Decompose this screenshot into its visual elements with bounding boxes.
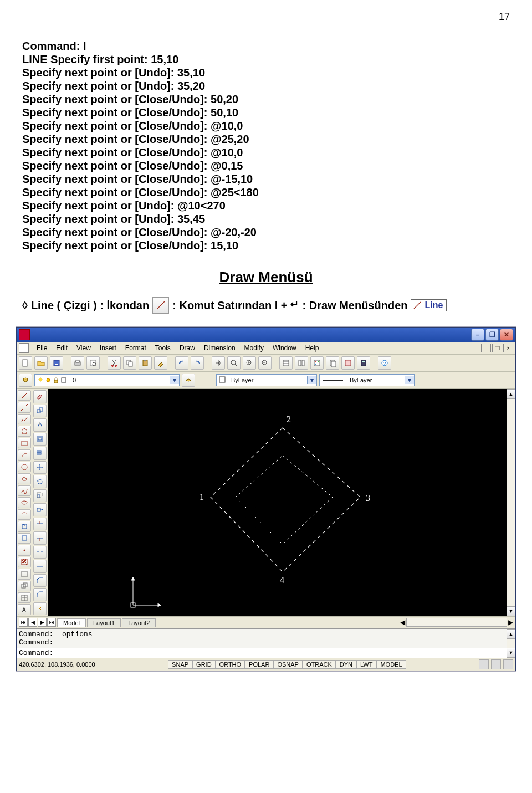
scroll-down-icon[interactable]: ▼ [507,606,515,616]
pan-icon[interactable] [212,356,225,370]
menu-help[interactable]: Help [301,343,324,353]
command-input[interactable]: Command: [17,648,507,658]
cmd-scroll-down[interactable]: ▼ [507,648,515,658]
status-toggle-polar[interactable]: POLAR [245,660,273,669]
join-icon[interactable] [33,560,47,573]
erase-icon[interactable] [33,390,47,403]
vertical-scrollbar[interactable]: ▲ ▼ [507,389,515,616]
ellipse-icon[interactable] [18,497,31,508]
layer-props-icon[interactable] [19,374,32,387]
scale-icon[interactable] [33,489,47,503]
xline-icon[interactable] [18,402,31,412]
status-toggle-otrack[interactable]: OTRACK [303,660,336,669]
spline-icon[interactable] [18,485,31,496]
zoom-realtime-icon[interactable] [227,356,241,370]
arc-icon[interactable] [18,449,31,460]
offset-icon[interactable] [33,433,47,446]
help-icon[interactable]: ? [378,356,391,370]
menu-file[interactable]: File [32,343,52,353]
move-icon[interactable] [33,461,47,474]
extend-icon[interactable] [33,531,47,545]
status-icon-1[interactable] [479,659,489,669]
dc-icon[interactable] [295,356,308,370]
menu-draw[interactable]: Draw [175,343,200,353]
calc-icon[interactable] [357,356,370,370]
copy-obj-icon[interactable] [33,405,47,418]
hscroll-right[interactable]: ▶ [508,618,513,626]
status-toggle-ortho[interactable]: ORTHO [216,660,245,669]
ellipse-arc-icon[interactable] [18,509,31,520]
sheetset-icon[interactable] [326,356,339,370]
status-icon-2[interactable] [491,659,501,669]
minimize-button[interactable]: – [471,329,484,341]
point-icon[interactable] [18,545,31,555]
markup-icon[interactable] [341,356,355,370]
titlebar[interactable]: – ❐ ✕ [17,328,515,342]
mtext-icon[interactable]: A [18,604,31,615]
status-icon-3[interactable] [503,659,513,669]
circle-icon[interactable] [18,462,31,472]
rectangle-icon[interactable] [18,438,31,448]
status-toggle-grid[interactable]: GRID [192,660,216,669]
save-icon[interactable] [50,356,63,370]
array-icon[interactable] [33,447,47,460]
fillet-icon[interactable] [33,588,47,601]
toolpalette-icon[interactable] [310,356,324,370]
rotate-icon[interactable] [33,475,47,488]
redo-icon[interactable] [191,356,204,370]
new-icon[interactable] [19,356,32,370]
status-toggle-dyn[interactable]: DYN [336,660,356,669]
stretch-icon[interactable] [33,503,47,516]
open-icon[interactable] [34,356,48,370]
tab-layout1[interactable]: Layout1 [87,618,121,627]
paste-icon[interactable] [139,356,152,370]
menu-modify[interactable]: Modify [240,343,268,353]
table-icon[interactable] [18,592,31,603]
chevron-down-icon[interactable]: ▾ [307,376,316,384]
mdi-restore[interactable]: ❐ [492,344,502,352]
chevron-down-icon[interactable]: ▾ [405,376,414,384]
layer-combo[interactable]: 0 ▾ [34,374,180,386]
menu-insert[interactable]: Insert [95,343,121,353]
gradient-icon[interactable] [18,569,31,579]
chamfer-icon[interactable] [33,574,47,587]
tab-layout2[interactable]: Layout2 [122,618,156,627]
tab-nav-next[interactable]: ▶ [38,618,47,627]
pline-icon[interactable] [18,414,31,424]
hscroll-left[interactable]: ◀ [400,618,405,626]
maximize-button[interactable]: ❐ [485,329,499,341]
tab-nav-last[interactable]: ⏭ [47,618,56,627]
menu-tools[interactable]: Tools [151,343,175,353]
line-icon[interactable] [18,390,31,401]
match-prop-icon[interactable] [154,356,167,370]
tab-model[interactable]: Model [57,618,86,627]
mirror-icon[interactable] [33,418,47,432]
drawing-canvas[interactable]: 2 1 3 4 [48,389,507,616]
menu-edit[interactable]: Edit [52,343,72,353]
insert-block-icon[interactable] [18,521,31,531]
tab-nav-first[interactable]: ⏮ [19,618,28,627]
plot-preview-icon[interactable] [86,356,100,370]
menu-format[interactable]: Format [121,343,151,353]
copy-icon[interactable] [123,356,136,370]
explode-icon[interactable] [33,602,47,616]
close-button[interactable]: ✕ [500,329,513,341]
properties-icon[interactable] [279,356,293,370]
region-icon[interactable] [18,581,31,591]
make-block-icon[interactable] [18,533,31,544]
mdi-close[interactable]: × [503,344,513,352]
undo-icon[interactable] [175,356,188,370]
hatch-icon[interactable] [18,557,31,567]
status-toggle-snap[interactable]: SNAP [168,660,192,669]
menu-dimension[interactable]: Dimension [200,343,240,353]
scroll-up-icon[interactable]: ▲ [507,389,515,399]
status-toggle-model[interactable]: MODEL [376,660,406,669]
print-icon[interactable] [71,356,84,370]
linetype-combo[interactable]: ——— ByLayer ▾ [319,374,415,386]
status-toggle-osnap[interactable]: OSNAP [273,660,303,669]
color-combo[interactable]: ByLayer ▾ [216,374,317,386]
layer-previous-icon[interactable] [182,374,195,387]
tab-nav-prev[interactable]: ◀ [28,618,37,627]
chevron-down-icon[interactable]: ▾ [170,376,179,384]
status-toggle-lwt[interactable]: LWT [356,660,376,669]
